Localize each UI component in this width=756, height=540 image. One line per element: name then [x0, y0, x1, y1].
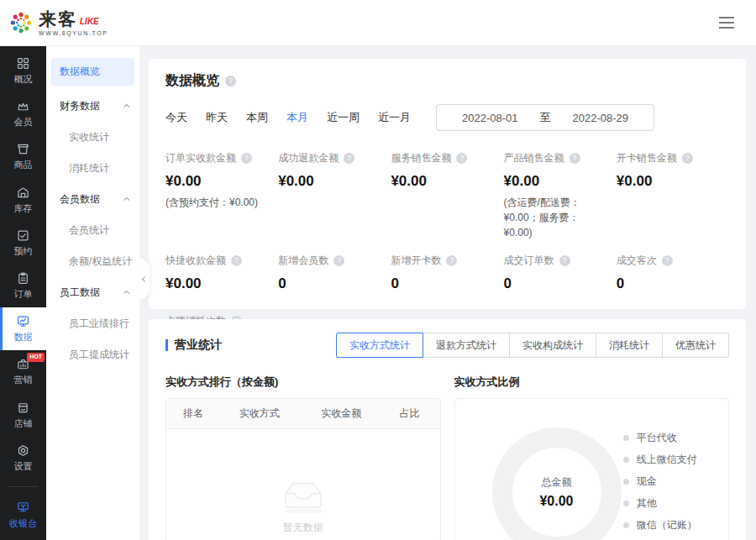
filter-yesterday[interactable]: 昨天 — [206, 110, 228, 125]
help-icon[interactable] — [241, 153, 252, 164]
help-icon[interactable] — [446, 255, 457, 266]
sidebar-item-appointments[interactable]: 预约 — [0, 222, 46, 265]
stat-label: 产品销售金额 — [504, 151, 564, 165]
legend-item[interactable]: 线上微信支付 — [623, 453, 708, 467]
date-end[interactable]: 2022-08-29 — [573, 112, 629, 124]
sidebar-item-data[interactable]: 数据 — [0, 307, 46, 350]
stat-value: 0 — [617, 275, 729, 292]
calendar-check-icon — [16, 228, 30, 243]
tab-received-composition[interactable]: 实收构成统计 — [509, 333, 596, 358]
sidebar-item-label: 预约 — [14, 245, 33, 258]
clipboard-icon — [16, 271, 30, 286]
submenu-item-received-stats[interactable]: 实收统计 — [46, 122, 139, 153]
submenu-item-balance-stats[interactable]: 余额/权益统计 — [46, 246, 139, 277]
tab-received-method[interactable]: 实收方式统计 — [336, 333, 423, 358]
tab-refund-method[interactable]: 退款方式统计 — [423, 333, 510, 358]
submenu-item-consumption-stats[interactable]: 消耗统计 — [46, 153, 139, 184]
stat-value: ¥0.00 — [278, 173, 391, 190]
legend-label: 平台代收 — [637, 431, 677, 445]
date-range-picker[interactable]: 2022-08-01 至 2022-08-29 — [436, 104, 654, 131]
chevron-up-icon — [123, 197, 129, 203]
help-icon[interactable] — [559, 255, 570, 266]
sidebar-item-overview[interactable]: 概况 — [0, 50, 46, 92]
sidebar-item-settings[interactable]: 设置 — [0, 437, 46, 480]
ranking-title: 实收方式排行（按金额) — [165, 375, 441, 390]
submenu-group-members[interactable]: 会员数据 — [46, 184, 139, 215]
stat-label: 新增会员数 — [278, 254, 328, 268]
section-title: 营业统计 — [175, 338, 222, 353]
legend-item[interactable]: 现金 — [623, 474, 708, 489]
stat-value: ¥0.00 — [391, 173, 503, 190]
sidebar-item-members[interactable]: 会员 — [0, 92, 46, 135]
stat-card-sales: 开卡销售金额 ¥0.00 — [617, 151, 729, 240]
stat-label: 服务销售金额 — [391, 151, 451, 165]
sidebar-item-cashier[interactable]: 收银台 — [0, 494, 46, 537]
page-title: 数据概览 — [165, 72, 219, 90]
submenu-item-data-overview[interactable]: 数据概览 — [51, 58, 134, 86]
empty-text: 暂无数据 — [283, 521, 323, 535]
donut-chart: 总金额 ¥0.00 — [492, 427, 622, 540]
stat-value: 0 — [504, 275, 617, 292]
donut-center-label: 总金额 — [542, 475, 572, 490]
sidebar-collapse-handle[interactable] — [139, 258, 150, 300]
help-icon[interactable] — [456, 153, 467, 164]
filter-last-month[interactable]: 近一月 — [378, 110, 411, 125]
help-icon[interactable] — [570, 153, 580, 164]
cash-register-icon — [16, 501, 30, 515]
sidebar-item-orders[interactable]: 订单 — [0, 265, 46, 307]
help-icon[interactable] — [344, 153, 354, 164]
tab-discount[interactable]: 优惠统计 — [662, 333, 729, 358]
sidebar-item-label: 概况 — [14, 73, 33, 86]
help-icon[interactable] — [231, 255, 242, 266]
stats-row-2: 快捷收款金额 ¥0.00 新增会员数 0 新增开卡数 0 成交订单数 0 成交客… — [165, 254, 729, 292]
secondary-sidebar: 数据概览 财务数据 实收统计 消耗统计 会员数据 会员统计 余额/权益统计 员工… — [46, 46, 140, 540]
stat-label: 订单实收款金额 — [165, 151, 236, 165]
legend-item[interactable]: 微信（记账） — [623, 518, 708, 532]
donut-center-value: ¥0.00 — [539, 494, 573, 509]
legend-item[interactable]: 平台代收 — [623, 431, 708, 445]
submenu-item-staff-commission[interactable]: 员工提成统计 — [46, 339, 139, 370]
proportion-section: 实收方式比例 总金额 ¥0.00 平台代收 线上微信支付 现金 — [454, 375, 730, 540]
sidebar-item-products[interactable]: 商品 — [0, 135, 46, 178]
help-icon[interactable] — [682, 153, 693, 164]
sidebar-item-marketing[interactable]: HOT 营销 — [0, 350, 46, 393]
legend-dot — [623, 479, 629, 485]
sidebar-item-label: 数据 — [14, 331, 33, 343]
sidebar-item-shop[interactable]: 店铺 — [0, 394, 46, 437]
help-icon[interactable] — [333, 255, 344, 266]
empty-state: 暂无数据 — [166, 429, 440, 538]
help-icon[interactable] — [225, 76, 236, 87]
date-start[interactable]: 2022-08-01 — [462, 112, 518, 124]
help-icon[interactable] — [662, 255, 673, 266]
main-content: 数据概览 今天 昨天 本周 本月 近一周 近一月 2022-08-01 至 20… — [140, 46, 756, 540]
monitor-chart-icon — [16, 314, 30, 328]
legend-label: 微信（记账） — [637, 518, 697, 532]
sidebar-item-label: 收银台 — [9, 517, 37, 530]
stat-value: 0 — [391, 275, 503, 292]
business-stats-card: 营业统计 实收方式统计 退款方式统计 实收构成统计 消耗统计 优惠统计 实收方式… — [149, 319, 746, 540]
submenu-item-member-stats[interactable]: 会员统计 — [46, 215, 139, 246]
sidebar-item-label: 库存 — [14, 202, 33, 215]
submenu-group-label: 财务数据 — [60, 99, 100, 113]
filter-this-month[interactable]: 本月 — [286, 110, 308, 125]
filter-this-week[interactable]: 本周 — [246, 110, 268, 125]
tab-consumption[interactable]: 消耗统计 — [596, 333, 663, 358]
filter-today[interactable]: 今天 — [165, 110, 187, 125]
sidebar-item-inventory[interactable]: 库存 — [0, 179, 46, 222]
menu-icon[interactable] — [716, 13, 738, 32]
box-icon — [16, 142, 30, 156]
sidebar-item-label: 订单 — [14, 288, 33, 301]
filter-last-week[interactable]: 近一周 — [327, 110, 360, 125]
submenu-group-staff[interactable]: 员工数据 — [46, 277, 139, 308]
brand-tag: LIKE — [80, 18, 99, 28]
stat-value: ¥0.00 — [165, 275, 278, 292]
stat-completed-orders: 成交订单数 0 — [504, 254, 617, 292]
stat-note: (含运费/配送费：¥0.00；服务费：¥0.00) — [504, 195, 617, 240]
primary-sidebar: 概况 会员 商品 库存 预约 — [0, 46, 46, 540]
stat-value: ¥0.00 — [165, 173, 278, 190]
legend-item[interactable]: 其他 — [623, 496, 708, 511]
empty-inbox-icon — [277, 475, 329, 514]
hot-badge: HOT — [27, 353, 45, 361]
submenu-group-finance[interactable]: 财务数据 — [46, 91, 139, 122]
submenu-item-staff-ranking[interactable]: 员工业绩排行 — [46, 308, 139, 339]
